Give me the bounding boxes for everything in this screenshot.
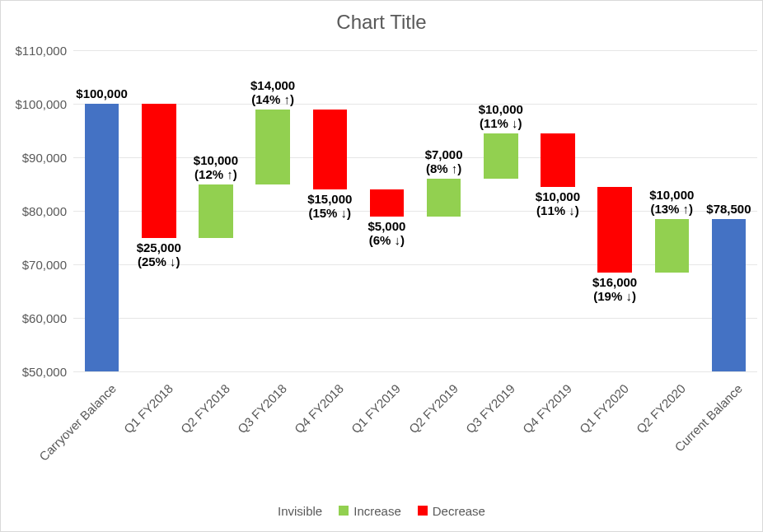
- data-label-pct: (8% ↑): [425, 161, 463, 175]
- gridline: [73, 318, 757, 319]
- data-label-value: $16,000: [592, 275, 637, 289]
- legend-item: Decrease: [418, 504, 485, 518]
- data-label-pct: (6% ↓): [367, 233, 405, 247]
- y-tick-label: $100,000: [2, 97, 67, 111]
- gridline: [73, 157, 757, 158]
- x-tick-label: Carryover Balance: [36, 381, 119, 464]
- data-label: $100,000: [76, 86, 128, 100]
- data-label-value: $10,000: [479, 102, 523, 116]
- x-tick-label: Q2 FY2020: [634, 381, 688, 436]
- data-label-value: $14,000: [250, 78, 295, 92]
- x-tick-label: Q3 FY2018: [235, 381, 289, 436]
- bar-decrease: [142, 104, 176, 238]
- data-label-pct: (25% ↓): [137, 254, 181, 268]
- data-label: $14,000(14% ↑): [250, 78, 295, 107]
- bar-decrease: [370, 189, 405, 217]
- x-tick-label: Q1 FY2019: [349, 381, 403, 436]
- x-tick-label: Q2 FY2018: [178, 381, 232, 436]
- x-tick-label: Q1 FY2018: [121, 381, 176, 436]
- gridline: [73, 104, 757, 105]
- bar-decrease: [597, 187, 632, 273]
- data-label-value: $10,000: [194, 153, 238, 167]
- data-label-pct: (11% ↓): [479, 116, 523, 130]
- data-label: $10,000(11% ↓): [479, 102, 523, 131]
- bar-decrease: [541, 133, 575, 187]
- bar-endpoint: [85, 104, 119, 371]
- bar-increase: [484, 133, 518, 179]
- data-label-value: $5,000: [367, 219, 405, 233]
- y-tick-label: $60,000: [2, 311, 67, 325]
- data-label-pct: (15% ↓): [307, 206, 352, 220]
- data-label-value: $15,000: [307, 192, 352, 206]
- data-label: $15,000(15% ↓): [307, 192, 352, 221]
- y-tick-label: $110,000: [2, 44, 67, 58]
- x-axis-labels: Carryover BalanceQ1 FY2018Q2 FY2018Q3 FY…: [73, 375, 757, 498]
- legend-label: Decrease: [433, 504, 485, 518]
- gridline: [73, 50, 757, 51]
- data-label-value: $7,000: [425, 147, 463, 161]
- data-label: $10,000(11% ↓): [536, 189, 580, 218]
- legend-swatch: [418, 506, 428, 516]
- legend-item: Increase: [339, 504, 401, 518]
- data-label: $78,500: [706, 202, 751, 216]
- data-label-pct: (14% ↑): [250, 92, 295, 106]
- legend-swatch: [339, 506, 349, 516]
- data-label-pct: (13% ↑): [649, 202, 694, 216]
- x-tick-label: Q1 FY2020: [577, 381, 631, 436]
- bar-increase: [427, 179, 461, 217]
- gridline: [73, 371, 757, 372]
- bar-endpoint: [712, 219, 747, 371]
- x-tick-label: Q2 FY2019: [405, 381, 460, 436]
- data-label-value: $78,500: [706, 202, 751, 216]
- y-tick-label: $90,000: [2, 151, 67, 165]
- y-tick-label: $50,000: [2, 365, 67, 379]
- data-label-value: $10,000: [536, 189, 580, 203]
- data-label-pct: (19% ↓): [592, 289, 637, 303]
- data-label-pct: (11% ↓): [536, 203, 580, 217]
- data-label-pct: (12% ↑): [194, 167, 238, 181]
- data-label: $10,000(13% ↑): [649, 188, 694, 217]
- x-tick-label: Q3 FY2019: [463, 381, 517, 436]
- data-label: $10,000(12% ↑): [194, 153, 238, 182]
- data-label: $7,000(8% ↑): [425, 147, 463, 176]
- data-label: $25,000(25% ↓): [137, 240, 181, 269]
- legend-item: Invisible: [278, 504, 322, 518]
- chart-title: Chart Title: [1, 11, 762, 34]
- bar-increase: [199, 184, 233, 238]
- y-tick-label: $80,000: [2, 204, 67, 218]
- legend: InvisibleIncreaseDecrease: [1, 504, 762, 519]
- data-label-value: $100,000: [76, 86, 128, 100]
- bar-decrease: [313, 110, 348, 190]
- bar-increase: [655, 219, 690, 273]
- chart-frame: Chart Title $50,000$60,000$70,000$80,000…: [0, 0, 763, 532]
- bar-increase: [255, 110, 290, 184]
- data-label: $5,000(6% ↓): [367, 219, 405, 248]
- data-label: $16,000(19% ↓): [592, 275, 637, 304]
- legend-label: Increase: [353, 504, 401, 518]
- plot-area: $100,000$25,000(25% ↓)$10,000(12% ↑)$14,…: [73, 50, 757, 371]
- x-tick-label: Q4 FY2018: [292, 381, 346, 436]
- legend-label: Invisible: [278, 504, 322, 518]
- x-tick-label: Q4 FY2019: [520, 381, 574, 436]
- data-label-value: $25,000: [137, 240, 181, 254]
- data-label-value: $10,000: [649, 188, 694, 202]
- y-tick-label: $70,000: [2, 258, 67, 272]
